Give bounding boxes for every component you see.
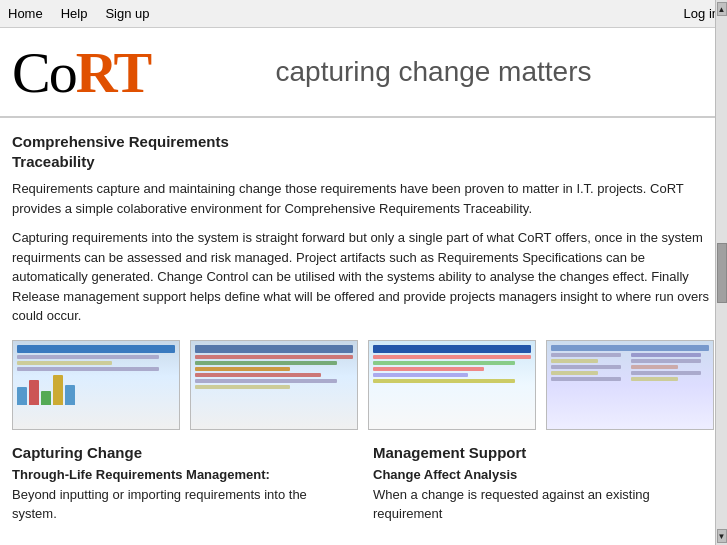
screenshot-4[interactable] <box>546 340 714 430</box>
scrollbar: ▲ ▼ <box>715 0 727 534</box>
bottom-right-subheading: Change Affect Analysis <box>373 467 714 482</box>
tagline: capturing change matters <box>172 56 715 88</box>
bottom-section: Capturing Change Through-Life Requiremen… <box>12 444 714 534</box>
screenshots-row <box>12 340 714 430</box>
bottom-left-heading: Capturing Change <box>12 444 353 461</box>
bottom-left-subheading: Through-Life Requirements Management: <box>12 467 353 482</box>
logo-rt: RT <box>76 39 151 106</box>
screenshot-3[interactable] <box>368 340 536 430</box>
scroll-up-button[interactable]: ▲ <box>717 2 727 16</box>
heading-section: Comprehensive Requirements Traceability <box>12 132 714 171</box>
nav-home[interactable]: Home <box>8 6 43 21</box>
screenshot-2[interactable] <box>190 340 358 430</box>
description-para2: Capturing requirements into the system i… <box>12 228 714 326</box>
nav-help[interactable]: Help <box>61 6 88 21</box>
bottom-col-right: Management Support Change Affect Analysi… <box>373 444 714 524</box>
header: CoRT capturing change matters <box>0 28 727 118</box>
logo-co: Co <box>12 39 76 106</box>
nav-login[interactable]: Log in <box>684 6 719 21</box>
screenshot-1[interactable] <box>12 340 180 430</box>
main-content: Comprehensive Requirements Traceability … <box>0 118 727 534</box>
nav-bar: Home Help Sign up Log in <box>0 0 727 28</box>
logo-area: CoRT <box>12 39 172 106</box>
scroll-thumb[interactable] <box>717 243 727 303</box>
bottom-right-text: When a change is requested against an ex… <box>373 485 714 524</box>
description-area: Requirements capture and maintaining cha… <box>12 179 714 326</box>
main-heading: Comprehensive Requirements Traceability <box>12 132 714 171</box>
scroll-down-button[interactable]: ▼ <box>717 529 727 534</box>
bottom-left-text: Beyond inputting or importing requiremen… <box>12 485 353 524</box>
bottom-right-heading: Management Support <box>373 444 714 461</box>
nav-signup[interactable]: Sign up <box>105 6 149 21</box>
description-para1: Requirements capture and maintaining cha… <box>12 179 714 218</box>
bottom-col-left: Capturing Change Through-Life Requiremen… <box>12 444 353 524</box>
